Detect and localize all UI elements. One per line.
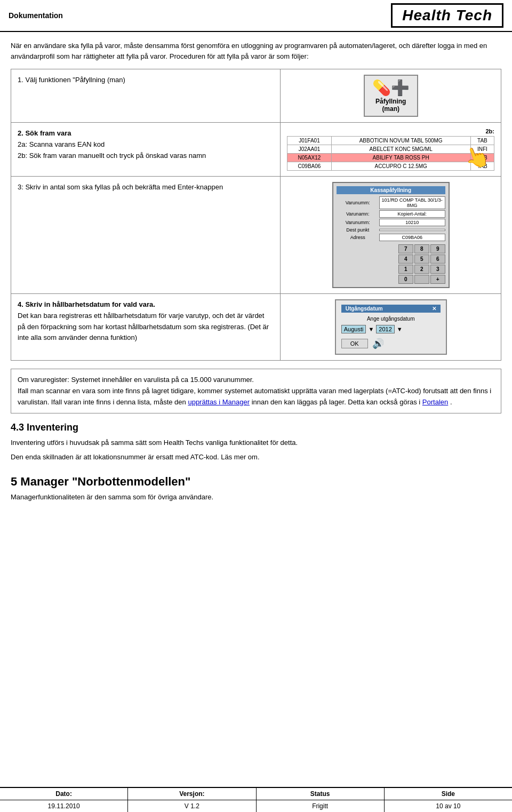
numpad-1[interactable]: 1 — [398, 265, 413, 274]
footer-header-dato: Dato: — [0, 788, 128, 800]
pafyllning-icon: 💊➕ — [372, 79, 410, 97]
varuregister-text4: . — [450, 398, 452, 406]
footer-val-versjon: V 1.2 — [128, 800, 256, 812]
numpad-4[interactable]: 4 — [398, 254, 413, 264]
table-row: C09BA06ACCUPRO C 12.5MGTAB — [287, 162, 494, 171]
kassapayfyllning-form: Kassapåfyllning Varunumm: 101/RD COMP TA… — [332, 182, 450, 288]
year-select[interactable]: 2012 — [376, 325, 394, 333]
drug-name: ACCUPRO C 12.5MG — [331, 162, 470, 171]
ok-button[interactable]: OK — [341, 339, 368, 348]
drug-name: ABBOTICIN NOVUM TABL 500MG — [331, 137, 470, 145]
numpad-plus[interactable]: + — [430, 275, 445, 284]
sound-icon: 🔊 — [372, 338, 384, 349]
link-manager[interactable]: upprättas i Manager — [188, 398, 250, 406]
link-portalen[interactable]: Portalen — [422, 398, 448, 406]
section5-heading: 5 Manager "Norbottenmodellen" — [11, 475, 501, 489]
step2-title: 2. Sök fram vara 2a: Scanna varans EAN k… — [18, 128, 274, 161]
field-val-dest — [379, 229, 445, 231]
step2-label: 2b: — [287, 128, 494, 134]
field-label-varunummer: Varunumm: — [337, 200, 379, 205]
footer-headers: Dato: Versjon: Status Side — [0, 788, 512, 800]
numpad-0[interactable]: 0 — [398, 275, 413, 284]
drug-table-wrapper: J01FA01ABBOTICIN NOVUM TABL 500MGTABJ02A… — [287, 136, 494, 171]
step2-2b: 2b: Sök fram varan manuellt och tryck på… — [18, 152, 206, 160]
form-title: Kassapåfyllning — [337, 186, 445, 194]
footer-header-versjon: Versjon: — [128, 788, 256, 800]
pafyllning-label: Påfyllning(man) — [375, 98, 406, 113]
step4-right: Utgångsdatum ✕ Ange utgångsdatum Augusti… — [281, 294, 501, 361]
table-row: 3: Skriv in antal som ska fyllas på och … — [11, 177, 501, 294]
date-row: Augusti ▼ 2012 ▼ — [341, 325, 441, 333]
date-dialog: Utgångsdatum ✕ Ange utgångsdatum Augusti… — [335, 299, 447, 355]
step4-title: 4. Skriv in hållbarhetsdatum for vald va… — [18, 300, 155, 308]
step2-2a: 2a: Scanna varans EAN kod — [18, 140, 105, 148]
field-label-adress: Adress — [337, 235, 379, 240]
drug-code: J01FA01 — [287, 137, 331, 145]
section-43: 4.3 Inventering Inventering utförs i huv… — [0, 413, 512, 463]
close-icon[interactable]: ✕ — [432, 306, 436, 312]
step2-right: 2b: J01FA01ABBOTICIN NOVUM TABL 500MGTAB… — [281, 123, 501, 177]
intro-paragraph: När en användare ska fylla på varor, mås… — [11, 41, 501, 61]
table-row: 2. Sök fram vara 2a: Scanna varans EAN k… — [11, 123, 501, 177]
step4-left: 4. Skriv in hållbarhetsdatum for vald va… — [11, 294, 281, 361]
step3-left: 3: Skriv in antal som ska fyllas på och … — [11, 177, 281, 294]
page-header: Dokumentation Health Tech — [0, 0, 512, 32]
step1-text: 1. Välj funktionen "Påfyllning (man) — [18, 76, 125, 84]
varuregister-text1: Om varuregister: Systemet innehåller en … — [18, 376, 254, 384]
steps-table: 1. Välj funktionen "Påfyllning (man) 💊➕ … — [11, 69, 501, 361]
month-select[interactable]: Augusti — [341, 325, 366, 333]
page-footer: Dato: Versjon: Status Side 19.11.2010 V … — [0, 787, 512, 812]
numpad-3[interactable]: 3 — [430, 265, 445, 274]
step3-text: 3: Skriv in antal som ska fyllas på och … — [18, 183, 223, 191]
table-row: 4. Skriv in hållbarhetsdatum for vald va… — [11, 294, 501, 361]
numpad-9[interactable]: 9 — [430, 244, 445, 253]
varuregister-text3: innan den kan läggas på lager. Detta kan… — [252, 398, 421, 406]
field-val-adress: C09BA06 — [379, 234, 445, 241]
field-adress: Adress C09BA06 — [337, 234, 445, 241]
numpad-8[interactable]: 8 — [414, 244, 429, 253]
drug-name: ABELCET KONC 5MG/ML — [331, 145, 470, 154]
field-dest: Dest punkt — [337, 227, 445, 233]
drug-name: ABILIFY TAB ROSS PH — [331, 154, 470, 162]
header-brand: Health Tech — [391, 3, 503, 28]
numpad-6[interactable]: 6 — [430, 254, 445, 264]
dialog-title-bar: Utgångsdatum ✕ — [341, 305, 441, 313]
footer-values: 19.11.2010 V 1.2 Frigitt 10 av 10 — [0, 800, 512, 812]
numpad-7[interactable]: 7 — [398, 244, 413, 253]
field-varunamn: Varunamn: Kopiert-Antal: — [337, 210, 445, 218]
varuregister-row: Om varuregister: Systemet innehåller en … — [11, 369, 501, 413]
table-row: J01FA01ABBOTICIN NOVUM TABL 500MGTAB — [287, 137, 494, 145]
numpad-empty — [414, 275, 429, 284]
field-label-varunamn: Varunamn: — [337, 211, 379, 217]
footer-val-side: 10 av 10 — [385, 800, 512, 812]
field-val-varunummer2: 10210 — [379, 219, 445, 226]
numpad-5[interactable]: 5 — [414, 254, 429, 264]
field-label-varunummer2: Varunumm: — [337, 220, 379, 225]
section43-heading: 4.3 Inventering — [11, 422, 501, 433]
field-label-dest: Dest punkt — [337, 227, 379, 233]
footer-header-status: Status — [257, 788, 385, 800]
section-5: 5 Manager "Norbottenmodellen" Managerfun… — [0, 466, 512, 503]
step1-right: 💊➕ Påfyllning(man) — [281, 69, 501, 123]
footer-header-side: Side — [385, 788, 512, 800]
table-row: 1. Välj funktionen "Påfyllning (man) 💊➕ … — [11, 69, 501, 123]
dialog-title-text: Utgångsdatum — [346, 306, 383, 312]
drug-code: N05AX12 — [287, 154, 331, 162]
step3-right: Kassapåfyllning Varunumm: 101/RD COMP TA… — [281, 177, 501, 294]
step2-main-title: 2. Sök fram vara — [18, 129, 71, 137]
drug-code: C09BA06 — [287, 162, 331, 171]
header-title: Dokumentation — [9, 11, 63, 20]
numpad-2[interactable]: 2 — [414, 265, 429, 274]
field-varunummer: Varunumm: 101/RD COMP TABL 30/1/3-8MG — [337, 196, 445, 209]
main-content: När en användare ska fylla på varor, mås… — [0, 32, 512, 413]
step4-text: Det kan bara registreras ett hållbarhets… — [18, 312, 269, 342]
section43-text2: Den enda skillnaden är att lokationsnumm… — [11, 452, 501, 463]
drug-code: J02AA01 — [287, 145, 331, 154]
section5-subtext: Managerfunktionaliteten är den samma som… — [11, 492, 501, 503]
section43-text1: Inventering utförs i huvudsak på samma s… — [11, 437, 501, 449]
step2-left: 2. Sök fram vara 2a: Scanna varans EAN k… — [11, 123, 281, 177]
dialog-label: Ange utgångsdatum — [341, 316, 441, 322]
footer-val-dato: 19.11.2010 — [0, 800, 128, 812]
step1-left: 1. Välj funktionen "Påfyllning (man) — [11, 69, 281, 123]
numpad: 7 8 9 4 5 6 1 2 3 0 — [398, 244, 445, 284]
